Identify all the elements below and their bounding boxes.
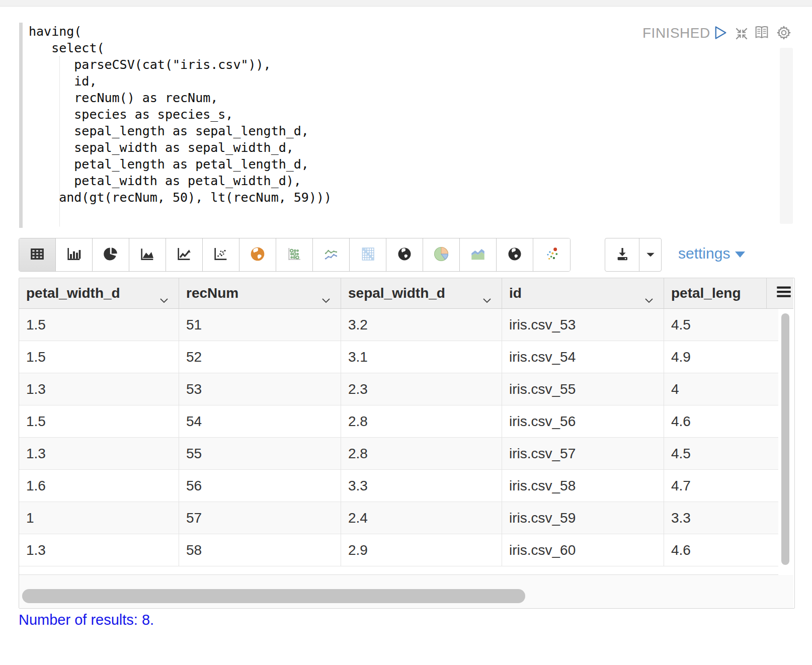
cell-id: iris.csv_59 [502,502,664,534]
cell-recnum: 51 [179,309,341,341]
bar-chart-icon [66,246,82,264]
scatter-chart-button[interactable] [203,238,239,271]
cell-sepal-width: 3.3 [341,470,502,502]
column-header-id[interactable]: id [502,278,664,308]
cell-id: iris.csv_54 [502,341,664,373]
column-header-sepal-width[interactable]: sepal_width_d [341,278,502,308]
table-header-row: petal_width_d recNum sepal_width_d id pe… [19,278,793,309]
cell-petal-width: 1.5 [19,405,179,437]
table-row: 1.3 53 2.3 iris.csv_55 4 [19,373,778,405]
column-header-recnum[interactable]: recNum [179,278,341,308]
table-chart-button[interactable] [19,238,56,271]
table-horizontal-scrollbar[interactable] [22,589,525,603]
cell-petal-length: 4.6 [664,405,778,437]
table-horizontal-scroll-track [19,575,793,608]
cell-sepal-width: 2.8 [341,438,502,469]
bar-chart-button[interactable] [56,238,93,271]
pie-colored-icon [433,245,450,265]
heatmap-chart-button[interactable] [350,238,386,271]
column-header-petal-width[interactable]: petal_width_d [19,278,179,308]
editor-scrollbar[interactable] [780,48,793,224]
table-row: 1.5 54 2.8 iris.csv_56 4.6 [19,405,778,438]
table-vertical-scrollbar[interactable] [781,313,789,565]
book-icon[interactable] [753,24,770,41]
chevron-down-icon[interactable] [321,291,331,307]
cell-sepal-width: 2.9 [341,534,502,566]
table-row: 1.3 55 2.8 iris.csv_57 4.5 [19,438,778,470]
multi-line-chart-button[interactable] [313,238,350,271]
download-button[interactable] [605,238,639,271]
cell-id: iris.csv_55 [502,373,664,405]
download-dropdown-button[interactable] [639,238,661,271]
cell-sepal-width: 3.2 [341,309,502,341]
cell-id: iris.csv_60 [502,534,664,566]
globe-alt-chart-button[interactable] [497,238,533,271]
cell-petal-width: 1.5 [19,309,179,341]
cell-recnum: 54 [179,405,341,437]
cell-id: iris.csv_56 [502,405,664,437]
area-colored-chart-button[interactable] [460,238,497,271]
download-icon [614,246,630,264]
run-icon[interactable] [712,24,729,41]
table-row: 1.5 52 3.1 iris.csv_54 4.9 [19,341,778,373]
hamburger-menu-icon [776,285,791,302]
table-menu-button[interactable] [767,278,793,308]
cell-petal-length: 4.5 [664,438,778,469]
table-row: 1.6 56 3.3 iris.csv_58 4.7 [19,470,778,502]
cell-recnum: 58 [179,534,341,566]
table-empty-strip [19,566,778,575]
cell-petal-length: 4 [664,373,778,405]
cell-petal-width: 1.3 [19,534,179,566]
scatter-colored-chart-button[interactable] [533,238,570,271]
globe-chart-button[interactable] [386,238,423,271]
multi-line-icon [323,246,339,264]
cell-petal-width: 1.6 [19,470,179,502]
map-chart-button[interactable] [239,238,276,271]
scatter-chart-icon [213,246,229,264]
table-icon [30,246,45,264]
area-chart-icon [139,246,155,264]
pie-colored-chart-button[interactable] [423,238,460,271]
caret-down-icon [646,251,655,260]
line-chart-button[interactable] [166,238,203,271]
settings-caret-icon [735,252,745,258]
compress-icon[interactable] [733,25,750,42]
pie-chart-icon [103,246,118,264]
table-row: 1 57 2.4 iris.csv_59 3.3 [19,502,778,534]
cell-petal-width: 1 [19,502,179,534]
area-colored-icon [469,245,486,265]
cell-recnum: 55 [179,438,341,469]
cell-petal-width: 1.3 [19,438,179,469]
bubble-matrix-button[interactable] [276,238,313,271]
chevron-down-icon[interactable] [644,291,654,307]
cell-recnum: 57 [179,502,341,534]
chevron-down-icon[interactable] [482,291,492,307]
settings-label: settings [678,245,730,262]
cell-sepal-width: 2.8 [341,405,502,437]
cell-petal-length: 4.6 [664,534,778,566]
chart-type-toolbar [19,238,571,272]
pie-chart-button[interactable] [93,238,129,271]
globe-alt-icon [507,246,522,264]
cell-petal-width: 1.5 [19,341,179,373]
cell-petal-length: 4.5 [664,309,778,341]
cell-sepal-width: 2.4 [341,502,502,534]
result-count-text: Number of results: 8. [19,612,154,628]
chevron-down-icon[interactable] [159,291,169,307]
cell-petal-length: 4.9 [664,341,778,373]
cell-petal-length: 4.7 [664,470,778,502]
cell-recnum: 56 [179,470,341,502]
table-row: 1.5 51 3.2 iris.csv_53 4.5 [19,309,778,341]
status-badge: FINISHED [642,25,710,41]
settings-link[interactable]: settings [678,245,745,262]
gear-icon[interactable] [775,24,792,41]
download-button-group [605,238,662,272]
result-table: petal_width_d recNum sepal_width_d id pe… [19,278,795,609]
query-code-editor[interactable]: having( select( parseCSV(cat("iris.csv")… [29,23,332,206]
cell-petal-width: 1.3 [19,373,179,405]
map-globe-icon [250,246,266,264]
column-header-petal-length[interactable]: petal_leng [664,278,767,308]
table-row: 1.3 58 2.9 iris.csv_60 4.6 [19,534,778,566]
area-chart-button[interactable] [129,238,166,271]
cell-sepal-width: 3.1 [341,341,502,373]
